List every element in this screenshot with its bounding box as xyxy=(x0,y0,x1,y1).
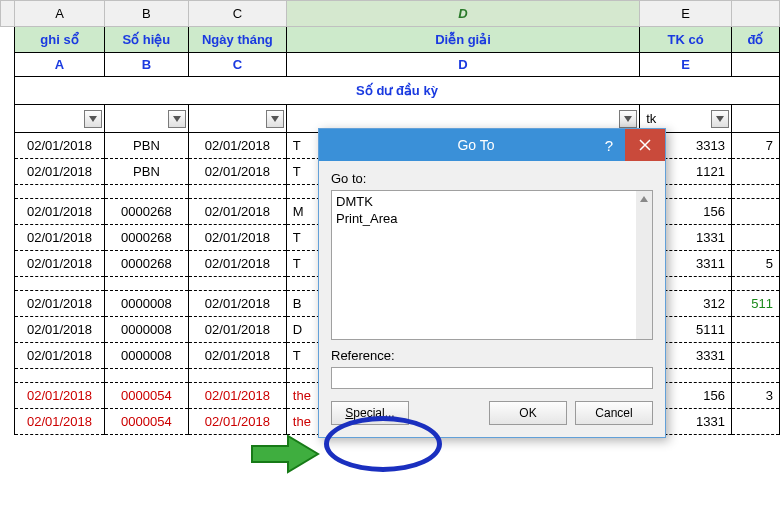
header-do: đố xyxy=(732,27,780,53)
header-row-2: A B C D E xyxy=(1,53,780,77)
goto-label: Go to: xyxy=(331,171,653,186)
filter-dropdown-A[interactable] xyxy=(84,110,102,128)
col-header-E[interactable]: E xyxy=(640,1,732,27)
cancel-button[interactable]: Cancel xyxy=(575,401,653,425)
goto-dialog: Go To ? Go to: DMTK Print_Area Reference… xyxy=(318,128,666,438)
header-row-1: ghi sổ Số hiệu Ngày tháng Diễn giải TK c… xyxy=(1,27,780,53)
reference-input[interactable] xyxy=(331,367,653,389)
col-header-C[interactable]: C xyxy=(188,1,286,27)
header-tk-co: TK có xyxy=(640,27,732,53)
col-header-D[interactable]: D xyxy=(286,1,639,27)
dialog-titlebar[interactable]: Go To ? xyxy=(319,129,665,161)
filter-dropdown-B[interactable] xyxy=(168,110,186,128)
filter-dropdown-C[interactable] xyxy=(266,110,284,128)
special-button[interactable]: SSpecial...pecial... xyxy=(331,401,409,425)
header-so-hieu: Số hiệu xyxy=(104,27,188,53)
col-header-A[interactable]: A xyxy=(14,1,104,27)
col-header-B[interactable]: B xyxy=(104,1,188,27)
column-headers-row: A B C D E xyxy=(1,1,780,27)
filter-text-E: tk xyxy=(642,111,711,126)
header-dien-giai: Diễn giải xyxy=(286,27,639,53)
arrow-annotation-icon xyxy=(250,434,320,477)
filter-dropdown-E[interactable] xyxy=(711,110,729,128)
ok-button[interactable]: OK xyxy=(489,401,567,425)
help-button[interactable]: ? xyxy=(593,137,625,154)
reference-label: Reference: xyxy=(331,348,653,363)
dialog-title: Go To xyxy=(319,137,593,153)
listbox-scrollbar[interactable] xyxy=(636,191,652,339)
header-ngay-thang: Ngày tháng xyxy=(188,27,286,53)
subtitle: Số dư đầu kỳ xyxy=(14,77,779,105)
scroll-up-icon[interactable] xyxy=(636,191,652,207)
list-item[interactable]: DMTK xyxy=(336,193,648,210)
goto-listbox[interactable]: DMTK Print_Area xyxy=(331,190,653,340)
header-ghi-so: ghi sổ xyxy=(14,27,104,53)
filter-dropdown-D[interactable] xyxy=(619,110,637,128)
list-item[interactable]: Print_Area xyxy=(336,210,648,227)
close-button[interactable] xyxy=(625,129,665,161)
